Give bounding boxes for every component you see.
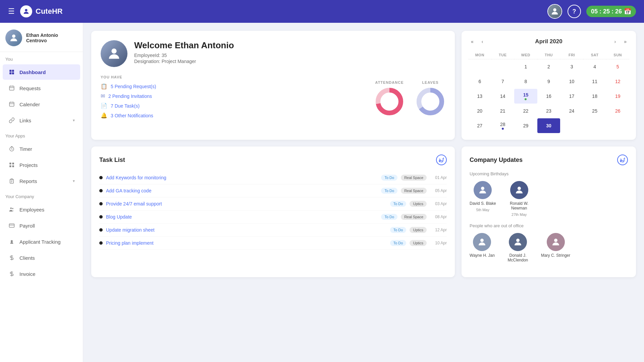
cal-cell-17[interactable]: 17	[560, 89, 583, 104]
svg-point-33	[481, 187, 484, 190]
cal-cell-5[interactable]: 5	[606, 59, 629, 74]
task-name-1[interactable]: Add GA tracking code	[106, 188, 378, 193]
cal-cell-12[interactable]: 12	[606, 74, 629, 89]
cal-header-sat: SAT	[583, 51, 606, 59]
svg-point-35	[480, 239, 484, 242]
timer-display[interactable]: 05 : 25 : 26 📅	[586, 6, 636, 17]
cal-cell-21[interactable]: 21	[491, 104, 515, 118]
timer-icon	[8, 145, 15, 153]
birthdays-list: David S. Blake 5th May Ronald W. Newman …	[470, 181, 628, 217]
task-name-4[interactable]: Update migration sheet	[106, 227, 387, 233]
cal-cell-14[interactable]: 14	[491, 89, 515, 104]
you-have-section: YOU HAVE 📋 5 Pending Request(s) ✉ 2 Pend…	[101, 75, 366, 122]
task-space-3: Real Space	[401, 214, 427, 220]
cal-cell-20[interactable]: 20	[468, 104, 491, 118]
sidebar-item-clients[interactable]: Clients	[3, 250, 80, 265]
requests-stat-icon: 📋	[101, 83, 107, 89]
calendar-prev-button[interactable]: ‹	[479, 38, 486, 46]
cal-cell-15[interactable]: 15	[514, 89, 537, 104]
designation: Designation: Project Manager	[134, 59, 234, 64]
payroll-icon	[8, 222, 15, 229]
sidebar-timer-label: Timer	[19, 146, 32, 152]
help-button[interactable]: ?	[568, 5, 581, 18]
cal-cell-4[interactable]: 4	[583, 59, 606, 74]
company-updates-refresh-button[interactable]	[617, 155, 628, 165]
svg-point-36	[516, 239, 520, 242]
hamburger-menu-icon[interactable]: ☰	[8, 7, 15, 16]
cal-cell-23[interactable]: 23	[537, 104, 560, 118]
cal-cell-7[interactable]: 7	[491, 74, 515, 89]
task-date-0: 01 Apr	[430, 175, 447, 180]
cal-cell-13[interactable]: 13	[468, 89, 491, 104]
cal-cell-1[interactable]: 1	[514, 59, 537, 74]
cal-cell-19[interactable]: 19	[606, 89, 629, 104]
cal-cell-10[interactable]: 10	[560, 74, 583, 89]
task-name-3[interactable]: Blog Update	[106, 214, 378, 220]
birthday-person-1: Ronald W. Newman 27th May	[504, 181, 534, 217]
calendar-next-next-button[interactable]: »	[621, 38, 629, 46]
pending-invitations-stat[interactable]: ✉ 2 Pending Invitations	[101, 93, 366, 99]
out-of-office-avatar-0	[473, 233, 491, 251]
calendar-title: April 2020	[488, 38, 609, 45]
sidebar-item-links[interactable]: Links ▾	[3, 113, 80, 128]
user-avatar[interactable]	[547, 4, 562, 19]
cal-cell-11[interactable]: 11	[583, 74, 606, 89]
sidebar-item-calender[interactable]: Calender	[3, 97, 80, 112]
sidebar-item-projects[interactable]: Projects	[3, 157, 80, 173]
task-list-refresh-button[interactable]	[436, 155, 447, 165]
out-of-office-name-1: Donald J. McClendon	[503, 253, 533, 262]
cal-cell-27[interactable]: 27	[468, 118, 491, 133]
cal-cell-6[interactable]: 6	[468, 74, 491, 89]
svg-rect-5	[9, 72, 11, 74]
other-notifications-stat[interactable]: 🔔 3 Other Notifications	[101, 112, 366, 119]
svg-point-28	[383, 95, 396, 108]
sidebar-company-label: Your Company	[0, 189, 83, 201]
cal-cell-9[interactable]: 9	[537, 74, 560, 89]
main-layout: Ethan Antonio Centrovo You Dashboard Req…	[0, 23, 644, 362]
cal-cell-empty	[583, 118, 606, 133]
cal-cell-8[interactable]: 8	[514, 74, 537, 89]
cal-cell-28[interactable]: 28	[491, 118, 515, 133]
sidebar-item-payroll[interactable]: Payroll	[3, 218, 80, 233]
requests-icon	[8, 84, 15, 92]
task-list-header: Task List	[99, 155, 447, 165]
sidebar-item-requests[interactable]: Requests	[3, 80, 80, 96]
sidebar-item-dashboard[interactable]: Dashboard	[3, 64, 80, 80]
svg-point-17	[10, 207, 12, 209]
top-row: Welcome Ethan Antonio EmployeeId: 35 Des…	[91, 31, 636, 140]
cal-dot-green	[525, 98, 527, 100]
cal-cell-24[interactable]: 24	[560, 104, 583, 118]
calendar-next-button[interactable]: ›	[612, 38, 619, 46]
task-name-2[interactable]: Provide 24/7 email support	[106, 201, 387, 206]
sidebar-profile: Ethan Antonio Centrovo	[0, 23, 83, 52]
app-logo: CuteHR	[20, 5, 63, 17]
out-of-office-person-2: Mary C. Stringer	[541, 233, 570, 262]
cal-cell-29[interactable]: 29	[514, 118, 537, 133]
sidebar-item-applicant-tracking[interactable]: Applicant Tracking	[3, 234, 80, 249]
cal-cell-16[interactable]: 16	[537, 89, 560, 104]
cal-cell-30[interactable]: 30	[537, 118, 560, 133]
cal-cell-2[interactable]: 2	[537, 59, 560, 74]
due-tasks-stat[interactable]: 📄 7 Due Task(s)	[101, 103, 366, 109]
cal-cell-25[interactable]: 25	[583, 104, 606, 118]
sidebar-item-timer[interactable]: Timer	[3, 141, 80, 157]
sidebar-links-label: Links	[19, 118, 31, 123]
task-date-3: 08 Apr	[430, 215, 447, 219]
sidebar-item-invoice[interactable]: Invoice	[3, 266, 80, 282]
pending-requests-stat[interactable]: 📋 5 Pending Request(s)	[101, 83, 366, 89]
task-name-5[interactable]: Pricing plan implement	[106, 240, 387, 246]
cal-cell-26[interactable]: 26	[606, 104, 629, 118]
calendar-prev-prev-button[interactable]: «	[468, 38, 476, 46]
cal-cell-18[interactable]: 18	[583, 89, 606, 104]
sidebar-item-employees[interactable]: Employees	[3, 202, 80, 217]
cal-header-sun: SUN	[606, 51, 629, 59]
svg-point-2	[12, 35, 15, 38]
links-icon	[8, 117, 15, 124]
sidebar-item-reports[interactable]: Reports ▾	[3, 173, 80, 189]
cal-cell-22[interactable]: 22	[514, 104, 537, 118]
task-name-0[interactable]: Add Keywords for monitoring	[106, 175, 378, 180]
task-date-2: 03 Apr	[430, 201, 447, 206]
task-dot	[99, 228, 103, 232]
cal-cell-3[interactable]: 3	[560, 59, 583, 74]
out-of-office-avatar-1	[509, 233, 527, 251]
